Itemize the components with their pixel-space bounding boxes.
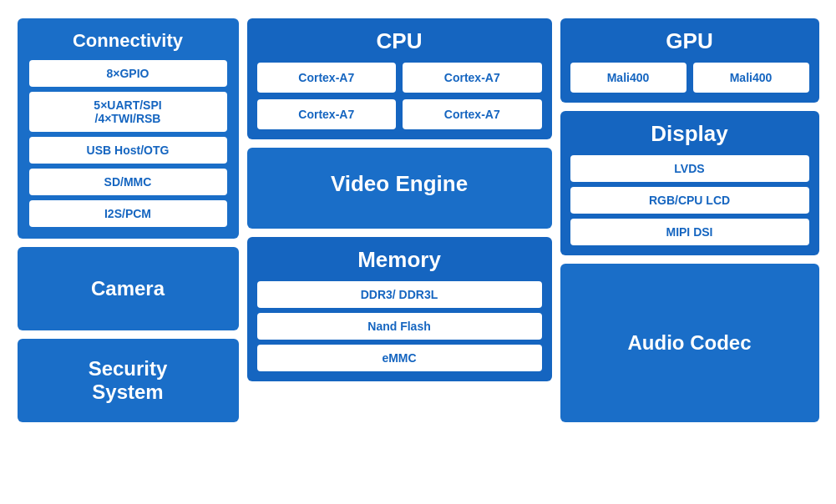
center-column: CPU Cortex-A7 Cortex-A7 Cortex-A7 Cortex… bbox=[247, 18, 552, 422]
video-engine-block: Video Engine bbox=[247, 148, 552, 229]
gpio-item: 8×GPIO bbox=[29, 60, 227, 87]
mipi-dsi-item: MIPI DSI bbox=[570, 219, 809, 245]
emmc-item: eMMC bbox=[257, 345, 542, 371]
right-column: GPU Mali400 Mali400 Display LVDS RGB/CPU… bbox=[560, 18, 819, 422]
audio-codec-block: Audio Codec bbox=[560, 264, 819, 422]
connectivity-title: Connectivity bbox=[29, 30, 227, 52]
camera-block: Camera bbox=[18, 247, 239, 330]
left-column: Connectivity 8×GPIO 5×UART/SPI/4×TWI/RSB… bbox=[18, 18, 239, 422]
cpu-title: CPU bbox=[257, 28, 542, 54]
gpu-mali-2: Mali400 bbox=[693, 63, 809, 93]
gpu-block: GPU Mali400 Mali400 bbox=[560, 18, 819, 103]
gpu-title: GPU bbox=[570, 28, 809, 54]
nand-flash-item: Nand Flash bbox=[257, 313, 542, 340]
connectivity-block: Connectivity 8×GPIO 5×UART/SPI/4×TWI/RSB… bbox=[18, 18, 239, 239]
audio-codec-title: Audio Codec bbox=[628, 331, 752, 355]
camera-title: Camera bbox=[91, 277, 165, 300]
usb-item: USB Host/OTG bbox=[29, 137, 227, 164]
gpu-grid: Mali400 Mali400 bbox=[570, 63, 809, 93]
video-engine-title: Video Engine bbox=[259, 171, 540, 197]
cpu-grid: Cortex-A7 Cortex-A7 Cortex-A7 Cortex-A7 bbox=[257, 63, 542, 129]
display-title: Display bbox=[570, 121, 809, 147]
i2s-item: I2S/PCM bbox=[29, 200, 227, 227]
cpu-core-3: Cortex-A7 bbox=[257, 99, 397, 129]
lvds-item: LVDS bbox=[570, 155, 809, 182]
memory-title: Memory bbox=[257, 247, 542, 273]
cpu-core-2: Cortex-A7 bbox=[403, 63, 542, 93]
security-block: SecuritySystem bbox=[18, 339, 239, 422]
memory-block: Memory DDR3/ DDR3L Nand Flash eMMC bbox=[247, 237, 552, 381]
uart-item: 5×UART/SPI/4×TWI/RSB bbox=[29, 92, 227, 132]
cpu-core-4: Cortex-A7 bbox=[403, 99, 542, 129]
display-block: Display LVDS RGB/CPU LCD MIPI DSI bbox=[560, 111, 819, 255]
gpu-mali-1: Mali400 bbox=[570, 63, 687, 93]
cpu-core-1: Cortex-A7 bbox=[257, 63, 397, 93]
main-diagram: Connectivity 8×GPIO 5×UART/SPI/4×TWI/RSB… bbox=[9, 10, 828, 494]
cpu-block: CPU Cortex-A7 Cortex-A7 Cortex-A7 Cortex… bbox=[247, 18, 552, 139]
ddr3-item: DDR3/ DDR3L bbox=[257, 281, 542, 308]
rgb-lcd-item: RGB/CPU LCD bbox=[570, 187, 809, 214]
sdmmc-item: SD/MMC bbox=[29, 169, 227, 195]
security-title: SecuritySystem bbox=[89, 357, 168, 404]
